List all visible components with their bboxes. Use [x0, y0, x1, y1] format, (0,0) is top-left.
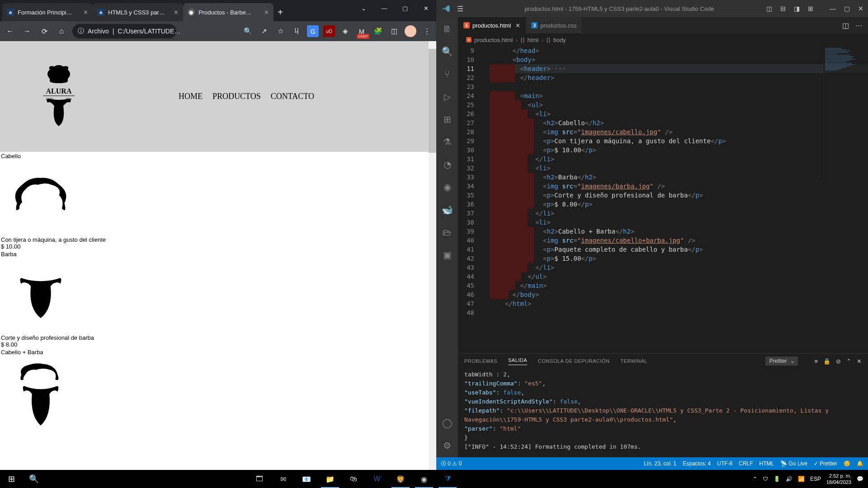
- split-icon[interactable]: ◫: [842, 21, 849, 30]
- cursor-position[interactable]: Lín. 23, col. 1: [644, 460, 676, 467]
- browser-tab-1[interactable]: a Formación Principi… ✕: [2, 3, 93, 21]
- menu-icon[interactable]: ☰: [457, 5, 463, 13]
- url-bar[interactable]: ⓘ Archivo | C:/Users/LATITUDE…: [72, 24, 176, 38]
- menu-icon[interactable]: ⋮: [421, 25, 433, 37]
- tray-chevron-icon[interactable]: ⌃: [753, 476, 757, 482]
- sidebar-icon[interactable]: ◨: [794, 5, 800, 12]
- panel-tab-terminal[interactable]: TERMINAL: [621, 358, 648, 364]
- gmail-icon[interactable]: M14327: [356, 25, 368, 37]
- close-icon[interactable]: ✕: [264, 9, 269, 16]
- explorer-icon[interactable]: 🗎: [441, 23, 453, 35]
- close-icon[interactable]: ✕: [857, 358, 862, 365]
- back-icon[interactable]: ←: [4, 25, 16, 38]
- folder-icon[interactable]: 🗁: [441, 226, 453, 239]
- language-mode[interactable]: HTML: [760, 460, 774, 467]
- panel-icon[interactable]: ⊟: [780, 5, 786, 12]
- tray-language[interactable]: ESP: [810, 476, 821, 482]
- forward-icon[interactable]: →: [21, 25, 33, 38]
- tray-wifi-icon[interactable]: 📶: [798, 476, 805, 482]
- settings-icon[interactable]: ⚙: [441, 439, 453, 452]
- layout-icon[interactable]: ◫: [766, 5, 772, 12]
- avatar-icon[interactable]: [405, 25, 416, 37]
- minimize-icon[interactable]: —: [830, 5, 836, 12]
- extensions-icon[interactable]: ⊞: [441, 113, 453, 126]
- error-count[interactable]: ⓧ 0 ⚠ 0: [441, 460, 462, 468]
- extension-icon[interactable]: 丩: [291, 25, 302, 37]
- minimap[interactable]: [823, 46, 868, 182]
- close-icon[interactable]: ✕: [415, 0, 436, 16]
- explorer-icon[interactable]: 📁: [319, 470, 341, 488]
- new-tab-button[interactable]: +: [274, 3, 287, 21]
- run-debug-icon[interactable]: ▷: [441, 90, 453, 103]
- bc-html[interactable]: html: [528, 37, 539, 43]
- start-button[interactable]: ⊞: [0, 470, 23, 488]
- close-icon[interactable]: ✕: [83, 9, 88, 16]
- nav-productos[interactable]: PRODUCTOS: [212, 92, 261, 101]
- brave-icon[interactable]: 🦁: [390, 470, 411, 488]
- lock-icon[interactable]: 🔒: [823, 358, 830, 365]
- prettier-status[interactable]: ✓ Prettier: [814, 460, 837, 467]
- home-icon[interactable]: ⌂: [55, 25, 68, 38]
- maximize-icon[interactable]: ▢: [395, 0, 415, 16]
- list-icon[interactable]: ≡: [814, 358, 818, 365]
- close-icon[interactable]: ✕: [515, 22, 520, 29]
- nav-contacto[interactable]: CONTACTO: [271, 92, 314, 101]
- tray-security-icon[interactable]: 🛡: [763, 476, 768, 482]
- edge-icon[interactable]: ◉: [441, 181, 453, 193]
- feedback-icon[interactable]: 😊: [844, 460, 850, 467]
- browser-tab-3[interactable]: ◉ Productos - Barbe… ✕: [183, 3, 274, 21]
- scrollbar[interactable]: [429, 41, 436, 470]
- ublock-icon[interactable]: uO: [323, 25, 335, 37]
- encoding[interactable]: UTF-8: [717, 460, 732, 467]
- clear-icon[interactable]: ⊘: [836, 358, 841, 365]
- indentation[interactable]: Espacios: 4: [683, 460, 711, 467]
- vscode-icon[interactable]: ⧩: [437, 470, 458, 488]
- task-view-icon[interactable]: 🗔: [249, 470, 270, 488]
- word-icon[interactable]: W: [366, 470, 388, 488]
- bc-body[interactable]: body: [553, 37, 566, 43]
- bc-file[interactable]: productos.html: [474, 37, 513, 43]
- chevron-up-icon[interactable]: ⌃: [846, 358, 851, 365]
- account-icon[interactable]: ◯: [441, 417, 453, 429]
- go-live[interactable]: 📡 Go Live: [780, 460, 807, 467]
- extensions-icon[interactable]: 🧩: [372, 25, 384, 37]
- docker-icon[interactable]: 🐋: [441, 203, 453, 216]
- panel-tab-debug[interactable]: CONSOLA DE DEPURACIÓN: [538, 358, 609, 364]
- output-content[interactable]: tabWidth : 2, "trailingComma": "es5", "u…: [458, 368, 868, 457]
- star-icon[interactable]: ☆: [274, 25, 286, 37]
- chevron-down-icon[interactable]: ⌄: [353, 0, 374, 16]
- search-icon[interactable]: 🔍: [23, 470, 45, 488]
- scroll-thumb[interactable]: [429, 49, 436, 153]
- nav-home[interactable]: HOME: [179, 92, 203, 101]
- minimize-icon[interactable]: —: [374, 0, 395, 16]
- outlook-icon[interactable]: 📧: [296, 470, 317, 488]
- editor-tab-productos-css[interactable]: 3 productos.css: [526, 17, 582, 33]
- sidepanel-icon[interactable]: ◫: [388, 25, 400, 37]
- translate-icon[interactable]: G: [307, 25, 319, 37]
- close-icon[interactable]: ✕: [174, 9, 179, 16]
- bell-icon[interactable]: 🔔: [857, 460, 863, 467]
- share-icon[interactable]: ↗: [258, 25, 270, 37]
- source-control-icon[interactable]: ⑂: [441, 68, 453, 80]
- maximize-icon[interactable]: ▢: [844, 5, 850, 12]
- tray-battery-icon[interactable]: 🔋: [774, 476, 780, 482]
- terminal-icon[interactable]: ▣: [441, 249, 453, 261]
- clock[interactable]: 2:52 p. m. 18/04/2023: [826, 473, 851, 485]
- reload-icon[interactable]: ⟳: [38, 25, 51, 38]
- mail-icon[interactable]: ✉: [272, 470, 294, 488]
- search-icon[interactable]: 🔍: [441, 45, 453, 58]
- code-lines[interactable]: </head> <body> <header> ··· </header> <m…: [490, 46, 868, 317]
- editor-tab-productos-html[interactable]: 5 productos.html ✕: [458, 17, 526, 33]
- output-channel-select[interactable]: Prettier ⌄: [765, 357, 798, 366]
- breadcrumb[interactable]: 5 productos.html › ⟨⟩ html › ⟨⟩ body: [458, 33, 868, 46]
- eol[interactable]: CRLF: [739, 460, 753, 467]
- grid-icon[interactable]: ⊞: [808, 5, 813, 12]
- timeline-icon[interactable]: ◔: [441, 158, 453, 171]
- notifications-icon[interactable]: 💬: [857, 476, 863, 482]
- panel-tab-problems[interactable]: PROBLEMAS: [464, 358, 497, 364]
- close-icon[interactable]: ✕: [858, 5, 863, 12]
- testing-icon[interactable]: ⚗: [441, 136, 453, 148]
- chrome-icon[interactable]: ◉: [413, 470, 435, 488]
- brave-icon[interactable]: ◈: [340, 25, 351, 37]
- tray-volume-icon[interactable]: 🔊: [786, 476, 793, 482]
